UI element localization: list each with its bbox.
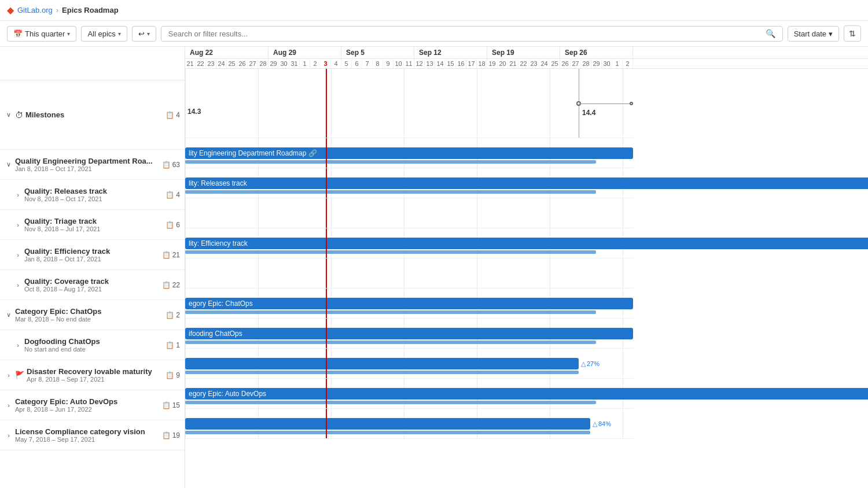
label-row-category-autodevops: ›Category Epic: Auto DevOpsApr 8, 2018 –…	[0, 390, 185, 420]
expand-btn-quality-eng[interactable]: ∨	[5, 161, 13, 168]
progress-icon: △	[610, 179, 615, 187]
epic-bar-label: egory Epic: ChatOps	[189, 300, 253, 308]
day-cell: 17	[466, 59, 477, 68]
day-cell: 22	[518, 59, 529, 68]
expand-btn-quality-releases[interactable]: ›	[14, 191, 22, 198]
timeline-rows: 14.314.4lity Engineering Department Road…	[185, 69, 868, 439]
badge-icon: 📋	[165, 111, 174, 119]
progress-icon: △	[610, 149, 615, 157]
expand-btn-quality-efficiency[interactable]: ›	[14, 252, 22, 258]
row-label-text[interactable]: Disaster Recovery lovable maturity	[27, 367, 161, 376]
row-sub-text: Apr 8, 2018 – Jun 17, 2022	[15, 406, 157, 413]
epic-bar-quality-efficiency[interactable]: lity: Efficiency track	[185, 238, 868, 249]
grid-line	[404, 258, 404, 288]
badge-count: 6	[176, 221, 180, 229]
badge-quality-releases: 📋4	[165, 191, 180, 199]
grid-line	[185, 69, 186, 138]
label-row-license-compliance: ›License Compliance category visionMay 7…	[0, 420, 185, 450]
row-label-text[interactable]: Quality Engineering Department Roa...	[15, 157, 157, 165]
this-quarter-button[interactable]: 📅 This quarter ▾	[7, 26, 76, 42]
expand-btn-dogfooding-chatops[interactable]: ›	[14, 342, 22, 349]
epic-bar-category-chatops[interactable]: egory Epic: ChatOps	[185, 298, 633, 309]
breadcrumb-sep: ›	[56, 6, 58, 14]
day-cell: 12	[414, 59, 425, 68]
expand-btn-disaster-recovery[interactable]: ›	[5, 372, 13, 379]
progress-icon: △	[593, 420, 597, 427]
row-label-text[interactable]: Quality: Releases track	[24, 187, 161, 195]
sort-button[interactable]: ⇅	[844, 25, 861, 42]
undo-button[interactable]: ↩ ▾	[132, 26, 156, 42]
expand-btn-milestones[interactable]: ∨	[5, 111, 13, 119]
epic-bar-label: lity: Efficiency track	[189, 239, 248, 247]
progress-label-quality-releases: △84%	[610, 179, 628, 187]
breadcrumb-org[interactable]: GitLab.org	[17, 6, 53, 14]
label-row-quality-efficiency: ›Quality: Efficiency trackJan 8, 2018 – …	[0, 240, 185, 270]
day-cell: 22	[196, 59, 206, 68]
epic-bar-license-compliance[interactable]	[185, 418, 590, 430]
grid-line	[623, 69, 623, 138]
label-row-quality-triage: ›Quality: Triage trackNov 8, 2018 – Jul …	[0, 210, 185, 240]
day-cell: 15	[446, 59, 456, 68]
timeline-panel[interactable]: Aug 22Aug 29Sep 5Sep 12Sep 19Sep 26 2122…	[185, 47, 868, 488]
epic-bar-disaster-recovery[interactable]	[185, 358, 579, 369]
day-cell: 26	[560, 59, 571, 68]
progress-label-quality-efficiency: △84%	[610, 239, 628, 247]
row-sub-text: Jan 8, 2018 – Oct 17, 2021	[15, 165, 157, 172]
epic-bar-quality-eng[interactable]: lity Engineering Department Roadmap 🔗	[185, 147, 633, 159]
grid-line	[623, 258, 623, 288]
row-label-text[interactable]: Quality: Triage track	[24, 217, 161, 225]
progress-label-disaster-recovery: △27%	[581, 360, 599, 367]
grid-line	[477, 69, 477, 138]
grid-line	[550, 198, 550, 228]
epic-bar-label: lity: Releases track	[189, 179, 247, 187]
expand-btn-quality-triage[interactable]: ›	[14, 221, 22, 228]
row-label-text[interactable]: Category Epic: Auto DevOps	[15, 397, 157, 406]
day-cell: 10	[393, 59, 404, 68]
progress-label-license-compliance: △84%	[593, 420, 611, 427]
search-input[interactable]	[166, 27, 763, 41]
start-date-button[interactable]: Start date ▾	[788, 26, 839, 42]
row-label-text[interactable]: Milestones	[25, 110, 161, 119]
expand-btn-quality-coverage[interactable]: ›	[14, 282, 22, 289]
row-label-text[interactable]: Quality: Efficiency track	[24, 247, 157, 256]
day-cell: 6	[352, 59, 362, 68]
week-label-4: Sep 19	[487, 47, 560, 58]
sort-icon: ⇅	[849, 29, 856, 38]
day-cell: 4	[331, 59, 341, 68]
day-cell: 18	[477, 59, 487, 68]
badge-count: 15	[172, 401, 180, 409]
search-button[interactable]: 🔍	[763, 27, 778, 40]
today-line	[326, 258, 327, 288]
expand-btn-license-compliance[interactable]: ›	[5, 432, 13, 439]
day-cell: 28	[258, 59, 269, 68]
row-sub-text: Mar 8, 2018 – No end date	[15, 316, 161, 323]
expand-btn-category-chatops[interactable]: ∨	[5, 311, 13, 319]
epic-bar-quality-releases[interactable]: lity: Releases track	[185, 178, 868, 189]
week-label-5: Sep 26	[560, 47, 633, 58]
milestone-dot-14-4	[576, 101, 581, 106]
badge-milestones: 📋4	[165, 111, 180, 119]
all-epics-button[interactable]: All epics ▾	[81, 26, 127, 42]
grid-line	[623, 349, 623, 378]
progress-value: 27%	[587, 360, 599, 367]
day-cell: 11	[404, 59, 414, 68]
grid-line	[258, 69, 259, 138]
day-cell: 8	[373, 59, 383, 68]
row-sub-text: Nov 8, 2018 – Oct 17, 2021	[24, 195, 161, 202]
expand-btn-category-autodevops[interactable]: ›	[5, 402, 13, 409]
epic-bar-label: lity Engineering Department Roadmap 🔗	[189, 149, 317, 157]
secondary-bar-quality-efficiency	[185, 250, 596, 254]
all-epics-label: All epics	[87, 29, 115, 38]
row-label-text[interactable]: Quality: Coverage track	[24, 277, 157, 286]
grid-line	[404, 69, 404, 138]
grid-line	[477, 258, 477, 288]
epic-bar-category-autodevops[interactable]: egory Epic: Auto DevOps	[185, 388, 868, 400]
caret-down-icon-3: ▾	[147, 31, 150, 37]
badge-icon: 📋	[165, 221, 174, 229]
badge-icon: 📋	[162, 161, 171, 169]
grid-line	[331, 258, 332, 288]
row-label-text[interactable]: License Compliance category vision	[15, 427, 157, 436]
row-label-text[interactable]: Category Epic: ChatOps	[15, 307, 161, 316]
epic-bar-dogfooding-chatops[interactable]: ifooding ChatOps	[185, 328, 633, 339]
row-label-text[interactable]: Dogfooding ChatOps	[24, 337, 161, 346]
